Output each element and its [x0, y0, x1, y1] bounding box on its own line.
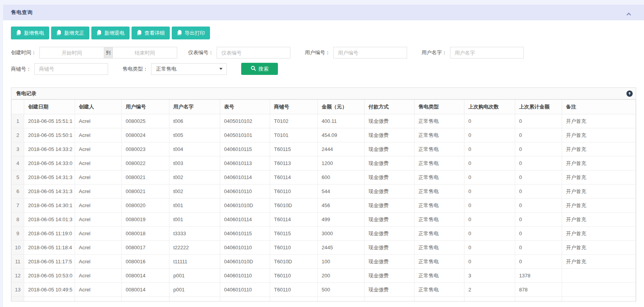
sale-type-select[interactable]: 正常售电 [151, 63, 227, 75]
row-index-cell: 8 [12, 213, 24, 227]
table-row[interactable]: 22018-06-05 15:50:1Acrel0080024t00504050… [12, 128, 636, 142]
table-row[interactable]: 12018-06-05 15:51:1Acrel0080025t00604050… [12, 114, 636, 128]
table-cell: 3 [464, 269, 515, 283]
table-cell: t3333 [169, 227, 220, 241]
table-header-cell: 上次购电次数 [464, 100, 515, 114]
table-row[interactable]: 82018-06-05 14:01:3Acrel0080019t00104060… [12, 213, 636, 227]
button-label: 新增退电 [104, 30, 125, 37]
user-name-input[interactable] [450, 47, 524, 59]
table-cell: 0405010102 [220, 114, 270, 128]
table-row[interactable]: 72018-06-05 14:30:1Acrel0080020t00104060… [12, 199, 636, 213]
table-cell: 0080022 [122, 156, 169, 170]
shop-no-label: 商铺号： [11, 66, 31, 73]
meter-no-input[interactable] [217, 47, 290, 59]
table-row[interactable]: 92018-06-05 11:19:0Acrel0080018t33330406… [12, 227, 636, 241]
table-row[interactable]: 42018-06-05 14:33:0Acrel0080022t00304060… [12, 156, 636, 170]
shop-no-input[interactable] [34, 63, 108, 75]
table-cell: 2018-06-05 14:33:2 [24, 142, 75, 156]
table-cell: 正常售电 [415, 199, 464, 213]
table-cell: 2018-06-05 11:19:0 [24, 227, 75, 241]
table-header-cell: 金额（元） [318, 100, 365, 114]
table-cell: 开户首充 [562, 185, 636, 199]
file-copy-icon [56, 30, 61, 36]
collapse-up-icon[interactable] [626, 91, 633, 97]
table-cell: 0080014 [122, 297, 169, 302]
table-cell: 正常售电 [415, 227, 464, 241]
filter-row-2: 商铺号： 售电类型： 正常售电 搜索 [11, 63, 636, 75]
table-row[interactable]: 112018-06-05 11:17:5Acrel0080016t1111104… [12, 255, 636, 269]
table-row[interactable]: 142018-06-05 10:48:1Acrel0080014p0010406… [12, 297, 636, 302]
table-cell [562, 297, 636, 302]
caret-down-icon [219, 68, 222, 70]
table-cell: 正常售电 [415, 156, 464, 170]
table-cell: 500 [318, 283, 365, 297]
table-cell: T60110 [270, 283, 318, 297]
table-row[interactable]: 62018-06-05 14:31:3Acrel0080021t00204060… [12, 185, 636, 199]
table-cell: Acrel [75, 199, 122, 213]
records-panel: 售电记录 创建日期创建人用户编号用户名字表号商铺号金额（元）付款方式售电类型上次… [11, 87, 636, 302]
file-copy-icon [177, 30, 182, 36]
table-cell: 现金缴费 [365, 128, 415, 142]
table-cell: T60114 [270, 170, 318, 185]
table-row[interactable]: 132018-06-05 10:49:5Acrel0080014p0010406… [12, 283, 636, 297]
table-cell: 0 [464, 241, 515, 255]
table-row[interactable]: 102018-06-05 11:18:4Acrel0080017t2222204… [12, 241, 636, 255]
table-cell: 正常售电 [415, 142, 464, 156]
table-row[interactable]: 122018-06-05 10:53:0Acrel0080014p0010406… [12, 269, 636, 283]
start-time-input[interactable] [39, 47, 104, 59]
table-cell: 100 [318, 255, 365, 269]
table-cell: Acrel [75, 156, 122, 170]
table-cell: 040601010D [220, 199, 270, 213]
table-cell: 0 [515, 199, 562, 213]
table-cell: 0406010110 [220, 283, 270, 297]
file-copy-icon [137, 30, 142, 36]
row-index-cell: 14 [12, 297, 24, 302]
table-row[interactable]: 52018-06-05 14:31:3Acrel0080021t00204060… [12, 170, 636, 185]
add-sale-button[interactable]: 新增售电 [11, 27, 49, 39]
table-cell: 现金缴费 [365, 283, 415, 297]
view-detail-button[interactable]: 查看详细 [132, 27, 170, 39]
table-cell: 400.11 [318, 114, 365, 128]
sale-type-label: 售电类型： [123, 66, 148, 73]
table-cell: Acrel [75, 255, 122, 269]
table-cell: 0080025 [122, 114, 169, 128]
table-cell: 0 [464, 185, 515, 199]
records-panel-header: 售电记录 [11, 88, 636, 99]
table-cell: t006 [169, 114, 220, 128]
table-cell: 0080023 [122, 142, 169, 156]
table-cell: Acrel [75, 283, 122, 297]
table-row[interactable]: 32018-06-05 14:33:2Acrel0080023t00404060… [12, 142, 636, 156]
table-cell: 499 [318, 213, 365, 227]
table-cell: T60115 [270, 227, 318, 241]
user-no-input[interactable] [333, 47, 407, 59]
table-cell: 0080018 [122, 227, 169, 241]
panel-header: 售电查询 [3, 5, 644, 20]
search-button[interactable]: 搜索 [241, 63, 278, 75]
table-cell: 0080019 [122, 213, 169, 227]
table-cell: 正常售电 [415, 269, 464, 283]
end-time-input[interactable] [112, 47, 177, 59]
search-icon [251, 66, 256, 72]
table-cell: 正常售电 [415, 128, 464, 142]
table-header-cell: 创建人 [75, 100, 122, 114]
table-cell: 正常售电 [415, 185, 464, 199]
table-cell: 600 [318, 170, 365, 185]
row-index-cell: 13 [12, 283, 24, 297]
chevron-up-icon[interactable] [626, 11, 632, 14]
add-refund-button[interactable]: 新增退电 [91, 27, 130, 39]
table-cell: 开户首充 [562, 114, 636, 128]
table-cell: t11111 [169, 255, 220, 269]
add-correction-button[interactable]: 新增充正 [51, 27, 89, 39]
export-print-button[interactable]: 导出打印 [172, 27, 210, 39]
table-cell: 0406010115 [220, 227, 270, 241]
table-cell: t005 [169, 128, 220, 142]
records-title: 售电记录 [16, 90, 36, 97]
table-cell: 现金缴费 [365, 142, 415, 156]
table-cell: 正常售电 [415, 170, 464, 185]
table-cell: 2018-06-05 14:33:0 [24, 156, 75, 170]
table-cell: 0 [464, 199, 515, 213]
table-cell: 100 [318, 297, 365, 302]
table-cell: 现金缴费 [365, 227, 415, 241]
table-cell: T60110 [270, 269, 318, 283]
table-cell: 现金缴费 [365, 114, 415, 128]
